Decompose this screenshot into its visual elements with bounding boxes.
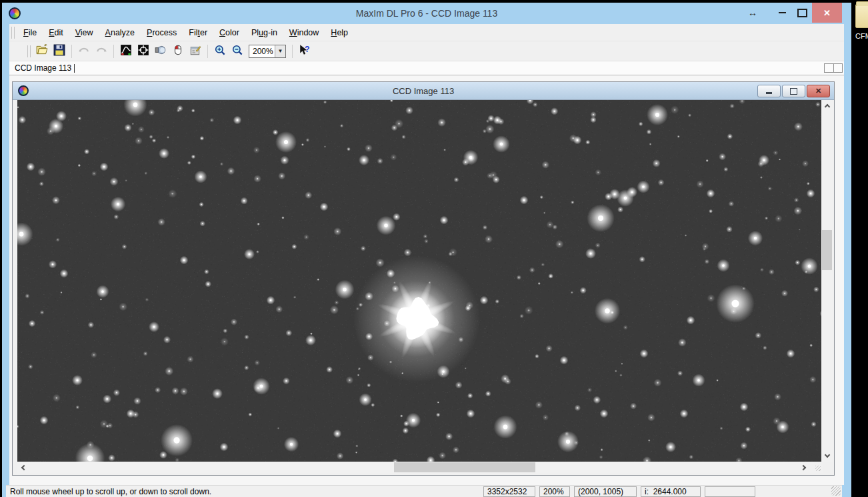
menu-item-filter[interactable]: Filter [183, 25, 213, 40]
menu-item-color[interactable]: Color [213, 25, 245, 40]
ccd-starfield-image[interactable] [17, 100, 821, 462]
scroll-up-button[interactable] [821, 100, 833, 111]
information-window-button[interactable] [135, 43, 151, 59]
tab-scroll-right[interactable] [834, 64, 843, 72]
menu-item-file[interactable]: File [17, 25, 43, 40]
tab-ccd-image-113[interactable]: CCD Image 113 [9, 61, 79, 75]
menu-item-edit[interactable]: Edit [43, 25, 69, 40]
mdi-client-area: CCD Image 113 [9, 75, 844, 485]
minimize-button[interactable] [772, 3, 792, 23]
status-zoom: 200% [539, 486, 570, 497]
combo-dropdown-button[interactable]: ▼ [275, 45, 285, 57]
open-folder-icon [36, 44, 48, 58]
menu-item-plugin[interactable]: Plug-in [245, 25, 283, 40]
scroll-right-button[interactable] [799, 462, 810, 473]
resize-arrows-icon[interactable]: ↔ [743, 3, 763, 23]
toolbar-separator [113, 45, 114, 58]
menu-item-window[interactable]: Window [283, 25, 325, 40]
menu-item-process[interactable]: Process [141, 25, 183, 40]
zoom-out-icon [231, 44, 243, 58]
status-empty-panel [705, 486, 755, 497]
undo-icon [78, 44, 90, 58]
status-pixel-intensity: i: 2644.000 [641, 486, 701, 497]
desktop-icon-cfm[interactable]: CFM, [855, 4, 868, 40]
redo-icon [95, 44, 107, 58]
desktop-icon-label: CFM, [855, 32, 868, 40]
document-logo-icon [18, 85, 29, 96]
svg-text:?: ? [305, 45, 310, 54]
doc-restore-button[interactable] [782, 85, 805, 97]
night-vision-bulb-icon [155, 44, 167, 58]
menu-bar-items: FileEditViewAnalyzeProcessFilterColorPlu… [17, 25, 354, 40]
zoom-out-button[interactable] [229, 43, 245, 59]
maxim-dl-window: MaxIm DL Pro 6 - CCD Image 113 ↔ FileEdi… [2, 3, 851, 497]
document-title: CCD Image 113 [13, 86, 834, 96]
tab-label: CCD Image 113 [15, 63, 71, 73]
scroll-left-button[interactable] [17, 462, 29, 473]
menu-item-help[interactable]: Help [325, 25, 354, 40]
maximize-button[interactable] [792, 3, 812, 23]
undo-button[interactable] [76, 43, 92, 59]
document-title-bar[interactable]: CCD Image 113 [13, 82, 834, 100]
resize-grip[interactable] [831, 486, 841, 496]
help-arrow-icon: ? [299, 44, 311, 58]
screen-stretch-icon [120, 44, 132, 58]
tab-scroll-buttons[interactable] [824, 63, 843, 73]
document-body [13, 100, 834, 475]
folder-icon [855, 4, 868, 28]
save-button[interactable] [51, 43, 67, 59]
toolbar-grip[interactable] [27, 45, 31, 57]
chevron-down-icon [824, 452, 829, 458]
status-bar: Roll mouse wheel up to scroll up, or dow… [6, 485, 842, 497]
toolbar-separator [207, 45, 208, 58]
zoom-level-value: 200% [249, 47, 275, 56]
toolbar: 200% ▼ ? [9, 41, 844, 61]
close-button[interactable] [812, 3, 842, 23]
context-help-button[interactable]: ? [297, 43, 313, 59]
menu-item-view[interactable]: View [69, 25, 99, 40]
zoom-level-combo[interactable]: 200% ▼ [249, 45, 286, 58]
zoom-in-icon [214, 44, 226, 58]
toolbar-separator [292, 45, 293, 58]
mouse-icon [172, 44, 184, 58]
crosshair-icon [137, 44, 149, 58]
window-content: FileEditViewAnalyzeProcessFilterColorPlu… [9, 24, 844, 485]
window-title: MaxIm DL Pro 6 - CCD Image 113 [2, 8, 851, 19]
status-image-size: 3352x2532 [483, 486, 535, 497]
scrollbar-corner [810, 462, 823, 473]
vertical-scroll-track[interactable] [821, 111, 833, 450]
vertical-scroll-thumb[interactable] [822, 230, 832, 270]
zoom-in-button[interactable] [212, 43, 228, 59]
ccd-image-document-window: CCD Image 113 [12, 81, 835, 476]
doc-close-button[interactable] [807, 85, 830, 97]
settings-sheet-icon [189, 44, 201, 58]
redo-button[interactable] [93, 43, 109, 59]
menu-item-analyze[interactable]: Analyze [99, 25, 141, 40]
mouse-control-button[interactable] [170, 43, 186, 59]
chevron-up-icon [824, 104, 829, 109]
title-bar[interactable]: MaxIm DL Pro 6 - CCD Image 113 ↔ [2, 3, 851, 24]
open-button[interactable] [34, 43, 50, 59]
settings-button[interactable] [187, 43, 203, 59]
menubar-grip[interactable] [11, 27, 15, 39]
menu-bar: FileEditViewAnalyzeProcessFilterColorPlu… [9, 24, 844, 41]
chevron-right-icon [801, 464, 806, 470]
tab-scroll-left[interactable] [825, 64, 834, 72]
doc-minimize-button[interactable] [757, 85, 781, 97]
night-vision-button[interactable] [153, 43, 169, 59]
screen-stretch-button[interactable] [118, 43, 134, 59]
document-tab-bar: CCD Image 113 [9, 61, 844, 75]
status-cursor-coords: (2000, 1005) [574, 486, 637, 497]
scroll-down-button[interactable] [821, 450, 833, 462]
vertical-scrollbar[interactable] [821, 100, 833, 462]
horizontal-scrollbar[interactable] [17, 462, 810, 473]
horizontal-scroll-track[interactable] [29, 462, 799, 473]
save-floppy-icon [53, 44, 65, 58]
desktop: CFM, MaxIm DL Pro 6 - CCD Image 113 ↔ Fi… [0, 0, 868, 497]
toolbar-separator [71, 45, 72, 58]
status-message: Roll mouse wheel up to scroll up, or dow… [6, 487, 483, 496]
chevron-left-icon [21, 464, 27, 470]
tab-caret [74, 64, 75, 73]
maxim-dl-logo-icon [9, 7, 21, 19]
horizontal-scroll-thumb[interactable] [394, 462, 535, 472]
